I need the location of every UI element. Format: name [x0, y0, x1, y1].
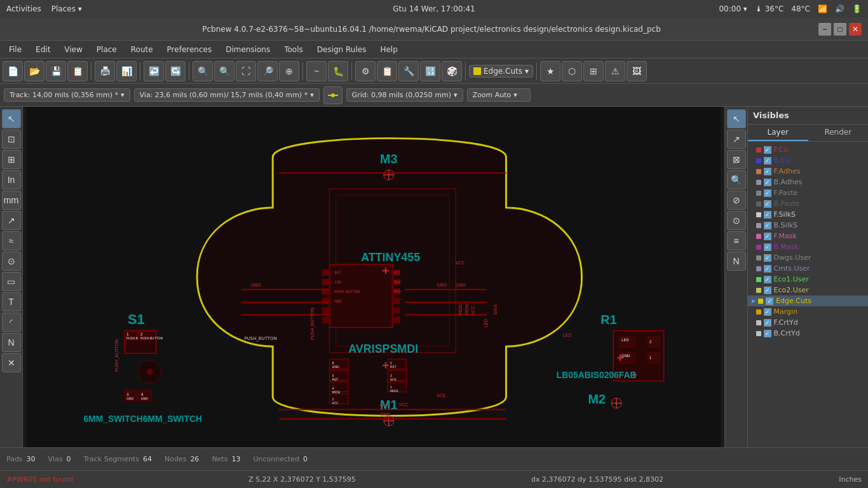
save-copy-button[interactable]: 📋	[67, 61, 88, 81]
layer-checkbox[interactable]: ✓	[764, 287, 771, 294]
route-diff-right[interactable]: ⊠	[727, 150, 746, 169]
layer-item-f-silks[interactable]: ✓F.SilkS	[748, 209, 868, 220]
layer-item-b-mask[interactable]: ✓B.Mask	[748, 241, 868, 252]
setup-button[interactable]: ⚙	[355, 61, 376, 81]
menu-file[interactable]: File	[3, 43, 28, 57]
layer-item-f-cu[interactable]: ✓F.Cu	[748, 144, 868, 155]
mm-tool[interactable]: mm	[2, 191, 21, 210]
menu-design-rules[interactable]: Design Rules	[311, 43, 373, 57]
maximize-button[interactable]: □	[834, 23, 846, 36]
layer-checkbox[interactable]: ✓	[764, 211, 771, 219]
layer-item-b-cu[interactable]: ✓B.Cu	[748, 155, 868, 166]
local-ratsnest-tool[interactable]: ⊞	[2, 150, 21, 169]
layer-checkbox[interactable]: ✓	[764, 308, 771, 316]
new-button[interactable]: 📄	[3, 61, 23, 81]
layer-checkbox[interactable]: ✓	[764, 319, 771, 327]
places-menu[interactable]: Places ▾	[51, 4, 82, 13]
layer-item-dwgs-user[interactable]: ✓Dwgs.User	[748, 252, 868, 263]
layer-checkbox[interactable]: ✓	[764, 265, 771, 273]
layer-checkbox[interactable]: ✓	[764, 179, 771, 186]
menu-route[interactable]: Route	[125, 43, 159, 57]
layer-checkbox[interactable]: ✓	[766, 297, 773, 305]
print-button[interactable]: 🖨️	[95, 61, 115, 81]
ratsnest-button[interactable]: ~	[306, 61, 327, 81]
menu-edit[interactable]: Edit	[29, 43, 57, 57]
measure-tool[interactable]: N	[2, 333, 21, 352]
zoom-area-button[interactable]: 🔎	[257, 61, 278, 81]
pad-settings-button[interactable]: ⬡	[562, 61, 582, 81]
menu-tools[interactable]: Tools	[278, 43, 309, 57]
route-single-track-tool[interactable]: ↗	[2, 211, 21, 230]
cursor-tool[interactable]: ↖	[727, 109, 746, 128]
tab-layer[interactable]: Layer	[748, 125, 808, 141]
canvas-area[interactable]: RST LED PUSH.BUTTON GND VCC SDA MTO ATTI…	[23, 107, 724, 447]
route-diff-pair-tool[interactable]: ≈	[2, 231, 21, 250]
redo-button[interactable]: ↪️	[165, 61, 186, 81]
3d-button[interactable]: 🎲	[442, 61, 462, 81]
zoom-center-button[interactable]: ⊕	[279, 61, 299, 81]
route-options-button[interactable]	[323, 86, 342, 104]
layer-item-f-paste[interactable]: ✓F.Paste	[748, 187, 868, 198]
zoom-out-button[interactable]: 🔍	[214, 61, 234, 81]
layer-item-eco2-user[interactable]: ✓Eco2.User	[748, 285, 868, 295]
layer-item-cmts-user[interactable]: ✓Cmts.User	[748, 263, 868, 274]
layer-checkbox[interactable]: ✓	[764, 189, 771, 197]
add-footprint-tool[interactable]: In	[2, 170, 21, 189]
plot-button[interactable]: 📊	[116, 61, 137, 81]
zoom-selector[interactable]: Zoom Auto ▾	[467, 88, 531, 102]
add-zone-tool[interactable]: ▭	[2, 272, 21, 291]
layer-pair[interactable]: ≡	[727, 231, 746, 250]
layer-item-eco1-user[interactable]: ✓Eco1.User	[748, 274, 868, 285]
zoom-fit-button[interactable]: ⛶	[236, 61, 256, 81]
route-tool-right[interactable]: ↗	[727, 130, 746, 149]
layer-item-b-silks[interactable]: ✓B.SilkS	[748, 220, 868, 231]
grid-settings-button[interactable]: ⊞	[583, 61, 604, 81]
save-button[interactable]: 💾	[46, 61, 66, 81]
layer-checkbox[interactable]: ✓	[764, 243, 771, 251]
calculator-button[interactable]: 🔢	[420, 61, 440, 81]
north-arrow[interactable]: N	[727, 252, 746, 271]
drc-right[interactable]: ⊘	[727, 191, 746, 210]
add-via-tool[interactable]: ⊙	[2, 252, 21, 271]
highlight-right[interactable]: ⊙	[727, 211, 746, 230]
menu-view[interactable]: View	[58, 43, 88, 57]
select-tool[interactable]: ↖	[2, 109, 21, 128]
layer-checkbox[interactable]: ✓	[764, 276, 771, 283]
layer-item-b-crtyd[interactable]: ✓B.CrtYd	[748, 328, 868, 339]
warning-button[interactable]: ⚠	[605, 61, 625, 81]
layer-item-b-paste[interactable]: ✓B.Paste	[748, 198, 868, 209]
components-button[interactable]: 🔧	[398, 61, 419, 81]
menu-dimensions[interactable]: Dimensions	[219, 43, 276, 57]
zoom-in-button[interactable]: 🔍	[193, 61, 213, 81]
highlight-button[interactable]: ★	[540, 61, 560, 81]
layer-checkbox[interactable]: ✓	[764, 330, 771, 337]
layer-checkbox[interactable]: ✓	[764, 146, 771, 154]
layer-item-margin[interactable]: ✓Margin	[748, 306, 868, 317]
layer-item-f-crtyd[interactable]: ✓F.CrtYd	[748, 317, 868, 328]
layer-checkbox[interactable]: ✓	[764, 233, 771, 240]
menu-preferences[interactable]: Preferences	[161, 43, 219, 57]
track-selector[interactable]: Track: 14,00 mils (0,356 mm) * ▾	[4, 88, 130, 102]
layer-item-b-adhes[interactable]: ✓B.Adhes	[748, 177, 868, 187]
render-button[interactable]: 🖼	[627, 61, 647, 81]
layer-item-f-mask[interactable]: ✓F.Mask	[748, 231, 868, 241]
layer-checkbox[interactable]: ✓	[764, 200, 771, 208]
add-arc-tool[interactable]: ◜	[2, 313, 21, 332]
layer-checkbox[interactable]: ✓	[764, 168, 771, 175]
menu-place[interactable]: Place	[90, 43, 123, 57]
drc-button[interactable]: 🐛	[328, 61, 348, 81]
open-button[interactable]: 📂	[24, 61, 44, 81]
delete-tool[interactable]: ✕	[2, 353, 21, 372]
menu-help[interactable]: Help	[374, 43, 403, 57]
layer-checkbox[interactable]: ✓	[764, 157, 771, 165]
layer-item-edge-cuts[interactable]: ▶✓Edge.Cuts	[748, 295, 868, 306]
add-text-tool[interactable]: T	[2, 292, 21, 311]
inspect-tool[interactable]: 🔍	[727, 170, 746, 189]
close-button[interactable]: ✕	[849, 23, 862, 36]
layer-item-f-adhes[interactable]: ✓F.Adhes	[748, 166, 868, 177]
via-selector[interactable]: Via: 23,6 mils (0,60 mm)/ 15,7 mils (0,4…	[134, 88, 320, 102]
pcb-canvas[interactable]: RST LED PUSH.BUTTON GND VCC SDA MTO ATTI…	[23, 107, 724, 447]
highlight-net-tool[interactable]: ⊡	[2, 130, 21, 149]
netlist-button[interactable]: 📋	[377, 61, 397, 81]
undo-button[interactable]: ↩️	[144, 61, 164, 81]
